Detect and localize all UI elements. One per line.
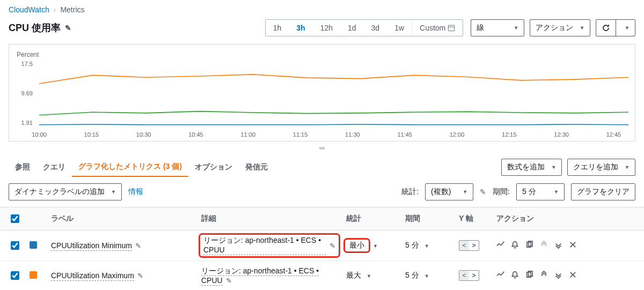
range-3d[interactable]: 3d xyxy=(364,20,387,36)
table-row: CPUUtilization Maximum✎ リージョン: ap-northe… xyxy=(0,261,644,291)
yaxis-toggle[interactable]: <> xyxy=(459,270,479,281)
time-range-picker: 1h 3h 12h 1d 3d 1w Custom xyxy=(265,19,463,36)
add-math-button[interactable]: 数式を追加 xyxy=(501,159,562,176)
col-actions: アクション xyxy=(492,207,644,230)
stat-dropdown-icon[interactable] xyxy=(368,241,378,249)
edit-detail-icon[interactable]: ✎ xyxy=(330,242,335,250)
metrics-tabstrip: 参照 クエリ グラフ化したメトリクス (3 個) オプション 発信元 数式を追加… xyxy=(0,158,644,177)
metric-detail[interactable]: リージョン: ap-northeast-1 • ECS • CPUU xyxy=(203,236,326,255)
edit-label-icon[interactable]: ✎ xyxy=(137,272,143,280)
select-all-checkbox[interactable] xyxy=(11,214,19,223)
move-up-icon[interactable] xyxy=(540,271,548,280)
remove-icon[interactable] xyxy=(569,271,577,280)
refresh-button[interactable] xyxy=(596,19,616,36)
actions-dropdown[interactable]: アクション xyxy=(530,19,590,36)
metric-label[interactable]: CPUUtilization Minimum xyxy=(51,241,132,251)
range-custom[interactable]: Custom xyxy=(412,20,463,36)
chart-type-select[interactable]: 線 xyxy=(471,19,524,36)
chevron-right-icon: › xyxy=(54,5,56,14)
copy-icon[interactable] xyxy=(525,241,533,250)
range-1h[interactable]: 1h xyxy=(266,20,289,36)
resize-handle-icon[interactable]: ═ xyxy=(0,142,644,154)
trend-icon[interactable] xyxy=(496,241,504,250)
clear-graph-button[interactable]: グラフをクリア xyxy=(571,183,635,200)
move-down-icon[interactable] xyxy=(554,271,562,280)
metric-label[interactable]: CPUUtilization Maximum xyxy=(51,271,134,281)
move-down-icon[interactable] xyxy=(554,241,562,250)
tab-options[interactable]: オプション xyxy=(188,158,239,176)
tab-query[interactable]: クエリ xyxy=(36,158,72,176)
page-title: CPU 使用率 ✎ xyxy=(9,21,71,34)
refresh-options-button[interactable] xyxy=(616,19,635,36)
row-checkbox[interactable] xyxy=(11,271,19,280)
info-link[interactable]: 情報 xyxy=(128,187,143,197)
table-row: CPUUtilization Minimum✎ リージョン: ap-northe… xyxy=(0,230,644,261)
copy-icon[interactable] xyxy=(525,271,533,280)
stat-label: 統計: xyxy=(401,187,419,197)
add-query-button[interactable]: クエリを追加 xyxy=(567,159,635,176)
chart-plot[interactable] xyxy=(39,61,628,126)
stat-dropdown-icon[interactable] xyxy=(361,271,371,279)
period-dropdown-icon[interactable] xyxy=(419,241,429,249)
move-up-icon xyxy=(540,241,548,250)
range-1w[interactable]: 1w xyxy=(387,20,412,36)
row-actions xyxy=(496,241,640,250)
row-stat[interactable]: 最小 xyxy=(349,241,364,249)
metric-detail[interactable]: リージョン: ap-northeast-1 • ECS • CPUU xyxy=(201,266,319,286)
edit-title-icon[interactable]: ✎ xyxy=(65,24,71,32)
period-select[interactable]: 5 分 xyxy=(516,183,565,200)
col-label: ラベル xyxy=(47,207,197,230)
y-axis-label: Percent xyxy=(17,51,39,58)
breadcrumb-root[interactable]: CloudWatch xyxy=(9,5,49,14)
color-swatch[interactable] xyxy=(30,271,37,279)
col-stat: 統計 xyxy=(342,207,401,230)
edit-icon[interactable]: ✎ xyxy=(480,188,486,196)
breadcrumb: CloudWatch › Metrics xyxy=(0,0,644,16)
row-period[interactable]: 5 分 xyxy=(405,241,419,249)
range-12h[interactable]: 12h xyxy=(313,20,340,36)
row-checkbox[interactable] xyxy=(11,241,19,250)
dynamic-label-button[interactable]: ダイナミックラベルの追加 xyxy=(9,183,122,200)
period-dropdown-icon[interactable] xyxy=(419,271,429,279)
tab-graphed-metrics[interactable]: グラフ化したメトリクス (3 個) xyxy=(72,158,188,177)
row-actions xyxy=(496,271,640,280)
color-swatch[interactable] xyxy=(30,241,37,249)
edit-label-icon[interactable]: ✎ xyxy=(135,242,141,250)
range-1d[interactable]: 1d xyxy=(340,20,364,36)
tab-browse[interactable]: 参照 xyxy=(9,158,36,176)
svg-rect-0 xyxy=(448,25,454,31)
trend-icon[interactable] xyxy=(496,271,504,280)
col-yaxis: Y 軸 xyxy=(455,207,492,230)
y-tick: 17.5 xyxy=(17,61,33,67)
stat-select[interactable]: (複数) xyxy=(425,183,473,200)
row-stat[interactable]: 最大 xyxy=(346,271,361,279)
edit-detail-icon[interactable]: ✎ xyxy=(226,277,232,285)
y-tick: 1.91 xyxy=(17,120,33,126)
x-ticks: 10:0010:1510:3010:4511:0011:1511:3011:45… xyxy=(39,131,628,138)
col-detail: 詳細 xyxy=(197,207,342,230)
period-label: 期間: xyxy=(493,187,510,197)
bell-icon[interactable] xyxy=(511,241,519,250)
chart-panel: Percent 17.5 9.69 1.91 10:0010:1510:3010… xyxy=(9,44,635,142)
range-3h[interactable]: 3h xyxy=(289,20,312,36)
bell-icon[interactable] xyxy=(511,271,519,280)
calendar-icon xyxy=(448,24,455,32)
row-period[interactable]: 5 分 xyxy=(405,271,419,279)
metrics-table: ラベル 詳細 統計 期間 Y 軸 アクション CPUUtilization Mi… xyxy=(0,207,644,290)
breadcrumb-current: Metrics xyxy=(60,5,84,14)
col-period: 期間 xyxy=(401,207,455,230)
y-tick: 9.69 xyxy=(17,90,33,96)
remove-icon[interactable] xyxy=(569,241,577,250)
tab-source[interactable]: 発信元 xyxy=(239,158,274,176)
refresh-icon xyxy=(602,24,610,32)
yaxis-toggle[interactable]: <> xyxy=(459,240,479,251)
